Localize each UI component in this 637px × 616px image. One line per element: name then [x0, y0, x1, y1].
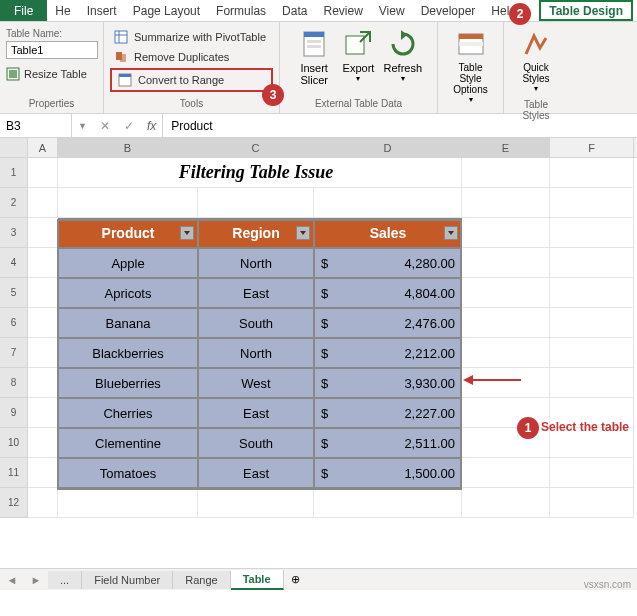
cell[interactable] [28, 158, 58, 188]
row-header[interactable]: 2 [0, 188, 28, 218]
cell[interactable] [550, 338, 634, 368]
cell[interactable]: Apricots [58, 278, 198, 308]
cell[interactable] [58, 158, 198, 188]
cell[interactable] [28, 218, 58, 248]
tab-review[interactable]: Review [315, 0, 370, 21]
cell[interactable]: Product [58, 218, 198, 248]
cell[interactable] [550, 368, 634, 398]
cell[interactable]: East [198, 458, 314, 488]
select-all-corner[interactable] [0, 138, 28, 157]
row-header[interactable]: 5 [0, 278, 28, 308]
convert-to-range-button[interactable]: Convert to Range [110, 68, 273, 92]
cell[interactable]: Clementine [58, 428, 198, 458]
cell[interactable]: North [198, 338, 314, 368]
cell[interactable]: $4,804.00 [314, 278, 462, 308]
cell[interactable] [550, 458, 634, 488]
cancel-formula-button[interactable]: ✕ [93, 119, 117, 133]
tab-file[interactable]: File [0, 0, 47, 21]
cell[interactable] [28, 248, 58, 278]
table-name-input[interactable] [6, 41, 98, 59]
cell[interactable]: Filtering Table Issue [198, 158, 314, 188]
cell[interactable] [28, 338, 58, 368]
cell[interactable] [462, 458, 550, 488]
col-header-f[interactable]: F [550, 138, 634, 157]
sheet-tab-range[interactable]: Range [173, 571, 230, 589]
cell[interactable] [314, 188, 462, 218]
cell[interactable] [550, 308, 634, 338]
tab-formulas[interactable]: Formulas [208, 0, 274, 21]
cell[interactable]: $2,227.00 [314, 398, 462, 428]
cell[interactable] [28, 188, 58, 218]
cell[interactable] [462, 248, 550, 278]
cell[interactable] [28, 368, 58, 398]
cell[interactable] [550, 188, 634, 218]
cell[interactable] [550, 488, 634, 518]
export-button[interactable]: Export ▾ [338, 28, 378, 86]
cell[interactable] [462, 488, 550, 518]
cell[interactable]: $2,511.00 [314, 428, 462, 458]
row-header[interactable]: 6 [0, 308, 28, 338]
cell[interactable] [314, 488, 462, 518]
cell[interactable]: South [198, 428, 314, 458]
cell[interactable] [550, 278, 634, 308]
cell[interactable]: $1,500.00 [314, 458, 462, 488]
tab-developer[interactable]: Developer [413, 0, 484, 21]
col-header-c[interactable]: C [198, 138, 314, 157]
cell[interactable]: Blueberries [58, 368, 198, 398]
sheet-tab-table[interactable]: Table [231, 570, 284, 590]
insert-slicer-button[interactable]: Insert Slicer [294, 28, 334, 86]
cell[interactable]: Apple [58, 248, 198, 278]
cell[interactable] [198, 188, 314, 218]
tab-home-cut[interactable]: He [47, 0, 78, 21]
col-header-a[interactable]: A [28, 138, 58, 157]
cell[interactable] [550, 158, 634, 188]
table-style-options-button[interactable]: Table Style Options ▾ [452, 28, 489, 104]
cell[interactable]: $2,476.00 [314, 308, 462, 338]
row-header[interactable]: 9 [0, 398, 28, 428]
cell[interactable]: East [198, 278, 314, 308]
cell[interactable] [28, 488, 58, 518]
tab-data[interactable]: Data [274, 0, 315, 21]
cell[interactable]: North [198, 248, 314, 278]
sheet-tab-ellipsis[interactable]: ... [48, 571, 82, 589]
cell[interactable]: West [198, 368, 314, 398]
cell[interactable] [462, 158, 550, 188]
accept-formula-button[interactable]: ✓ [117, 119, 141, 133]
col-header-e[interactable]: E [462, 138, 550, 157]
cell[interactable] [198, 488, 314, 518]
cell[interactable]: Cherries [58, 398, 198, 428]
tab-insert[interactable]: Insert [79, 0, 125, 21]
cell[interactable]: Blackberries [58, 338, 198, 368]
cell[interactable]: South [198, 308, 314, 338]
cell[interactable] [28, 278, 58, 308]
cell[interactable] [28, 398, 58, 428]
quick-styles-button[interactable]: Quick Styles ▾ [518, 28, 554, 93]
new-sheet-button[interactable]: ⊕ [284, 573, 308, 586]
tab-page-layout[interactable]: Page Layout [125, 0, 208, 21]
refresh-button[interactable]: Refresh ▾ [383, 28, 423, 86]
cell[interactable]: Banana [58, 308, 198, 338]
cell[interactable] [28, 458, 58, 488]
sheet-nav-prev[interactable]: ◄ [0, 574, 24, 586]
name-box[interactable]: B3 [0, 114, 72, 137]
cell[interactable] [550, 218, 634, 248]
row-header[interactable]: 4 [0, 248, 28, 278]
fx-button[interactable]: fx [141, 114, 163, 137]
cell[interactable] [462, 308, 550, 338]
filter-button[interactable] [444, 226, 458, 240]
cell[interactable] [28, 428, 58, 458]
formula-input[interactable]: Product [163, 119, 637, 133]
grid-body[interactable]: 1Filtering Table Issue23ProductRegionSal… [0, 158, 637, 518]
cell[interactable] [28, 308, 58, 338]
filter-button[interactable] [296, 226, 310, 240]
row-header[interactable]: 3 [0, 218, 28, 248]
cell[interactable]: $2,212.00 [314, 338, 462, 368]
row-header[interactable]: 8 [0, 368, 28, 398]
col-header-d[interactable]: D [314, 138, 462, 157]
cell[interactable] [462, 338, 550, 368]
cell[interactable]: Sales [314, 218, 462, 248]
cell[interactable]: Region [198, 218, 314, 248]
resize-table-button[interactable]: Resize Table [6, 67, 97, 81]
cell[interactable] [550, 248, 634, 278]
cell[interactable] [58, 488, 198, 518]
